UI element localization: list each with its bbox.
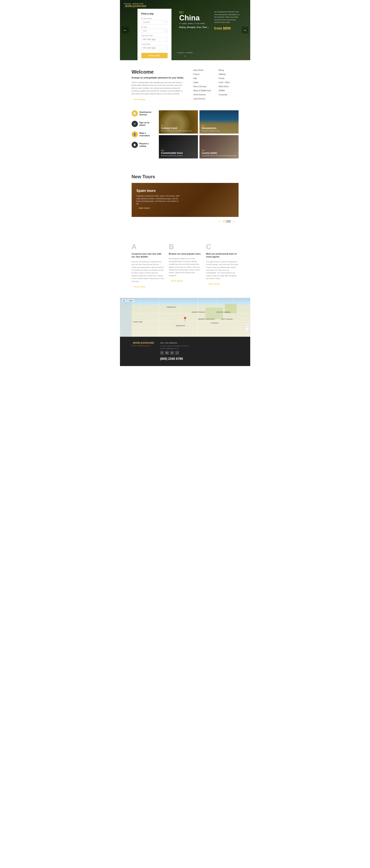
dest-latin: – Latin America <box>192 97 213 100</box>
map-zoom-out[interactable]: − <box>245 328 249 331</box>
type-select-wrap[interactable]: Tour <box>141 29 168 33</box>
welcome-section: Welcome Arrange an unforgettable adventu… <box>120 60 250 110</box>
tour-pagination: ← 01/03 → <box>132 220 238 223</box>
destinations-column: – Asia-Pacific – France – Italy – Spain … <box>192 69 213 101</box>
spain-content: Spain tours If passion is what you're af… <box>137 189 181 209</box>
welcome-subtitle: Arrange an unforgettable adventure for y… <box>132 76 186 79</box>
types-column: – Biking – Walking – Family – Food + Win… <box>217 69 238 101</box>
dest-asia: – Asia-Pacific <box>192 69 213 71</box>
footer-brand-block: _WORLDAROUND © 2017 | All rights reserve… <box>132 342 154 347</box>
signup-enews-action[interactable]: ✉ Sign up for eNews <box>132 121 155 127</box>
col-c: C Meet our professional team of travel a… <box>206 243 238 288</box>
dest-north-america: – North America <box>192 93 213 96</box>
catalog-label: Request a catalog <box>139 142 155 147</box>
col-b-letter: B <box>169 243 201 251</box>
email-value: mail@allaround.me <box>165 348 179 349</box>
map-zoom-in[interactable]: + <box>245 323 249 327</box>
dest-africa: – Africa & Middle East <box>192 89 213 92</box>
social-google[interactable]: G+ <box>165 351 169 355</box>
reservation-label: Make a reservation <box>139 132 155 137</box>
card-desc-3: Build your perfect tour yourself. <box>161 155 183 156</box>
map-btn-map[interactable]: Map <box>121 300 126 302</box>
brand-prefix: _WORLD <box>124 5 135 7</box>
map-btn-satellite[interactable]: Satellite <box>127 300 134 302</box>
card-content-customizable: 03/ Customizable tours Build your perfec… <box>161 149 183 156</box>
download-label: Download an itinerary <box>139 111 155 116</box>
hero-content: 01/ China 6-7 nights, airfare, 3-5 star … <box>179 11 209 29</box>
hero-prev-button[interactable]: ← <box>122 27 129 34</box>
type-walking: – Walking <box>217 73 238 75</box>
map-label-prospect: PROSPECT PARK SOUTH <box>198 318 215 320</box>
hero-desc: Beijing, Shanghai, Xi'an, Tibet ... <box>179 26 209 29</box>
search-button[interactable]: Find now! <box>141 53 168 58</box>
spain-title: Spain tours <box>137 189 181 193</box>
dest-europe: – Rest of Europe <box>192 85 213 88</box>
hero-title: China <box>179 14 209 22</box>
arrival-input[interactable] <box>141 45 168 50</box>
social-linkedin[interactable]: in <box>170 351 174 355</box>
social-twitter[interactable]: t <box>175 351 179 355</box>
navigation: TRAVEL OPERATOR _WORLDAROUND <box>124 3 147 7</box>
dest-label: By destination <box>141 18 168 20</box>
prev-tour-arrow[interactable]: ← <box>218 220 221 223</box>
svg-rect-12 <box>205 308 223 319</box>
card-title-2: Honeymoons <box>202 127 220 129</box>
reservation-action[interactable]: 👤 Make a reservation <box>132 131 155 137</box>
card-content-honeymoon: 02/ Honeymoons Romantic voyages for two. <box>202 124 220 132</box>
arrival-label: Arrival date <box>141 43 168 45</box>
map-section[interactable]: 📍 Map Satellite GREENWOOD SUNSET PARK PR… <box>120 298 250 337</box>
map-label-east-flatbush: EAST FLATBUSH <box>222 318 233 320</box>
col-a-letter: A <box>132 243 164 251</box>
type-select[interactable]: Tour <box>141 29 168 33</box>
col-a-read-more[interactable]: → READ MORE <box>132 286 146 288</box>
col-a-body: Now you can build and customize your ver… <box>132 260 164 283</box>
type-corporate: – Corporate <box>217 93 238 96</box>
next-tour-arrow[interactable]: → <box>232 220 236 223</box>
footer-social: f G+ in t <box>160 351 238 355</box>
map-label-kensington: KENSINGTON <box>176 325 185 327</box>
tour-card-honeymoons[interactable]: 02/ Honeymoons Romantic voyages for two. <box>199 110 238 133</box>
card-content-culinary: 01/ Culinary travel Best cuisines of the… <box>161 124 192 132</box>
welcome-read-more[interactable]: → READ MORE <box>132 99 146 101</box>
departure-input[interactable] <box>141 37 168 41</box>
hero-next-button[interactable]: → <box>241 27 248 34</box>
map-label-flatbush: FLATBUSH <box>211 322 218 324</box>
card-num-1: 01/ <box>161 124 192 127</box>
download-itinerary-action[interactable]: 📄 Download an itinerary <box>132 110 155 117</box>
map-zoom-controls: + − <box>245 323 249 331</box>
tour-card-luxury[interactable]: 04/ Luxury hotels Top-grade suites for t… <box>199 135 238 158</box>
email-label: E-mail: <box>160 348 165 349</box>
welcome-title: Welcome <box>132 69 186 75</box>
spain-desc: If passion is what you're after, Spain i… <box>137 195 181 205</box>
col-b-read-more[interactable]: → READ MORE <box>169 280 183 282</box>
card-num-2: 02/ <box>202 124 220 127</box>
col-b-title: Browse our most popular tours <box>169 252 201 255</box>
scroll-down-indicator: SCROLL DOWN <box>177 52 193 57</box>
type-family: – Family <box>217 77 238 80</box>
tour-card-customizable[interactable]: 03/ Customizable tours Build your perfec… <box>159 135 198 158</box>
search-panel: Find a trip By destination Country By ty… <box>138 9 171 60</box>
type-label: By type <box>141 26 168 28</box>
hero-description: We handpicked hundreds of the most spect… <box>214 11 241 31</box>
welcome-body: There is nothing better than spending yo… <box>132 81 186 95</box>
destination-select-wrap[interactable]: Country <box>141 20 168 25</box>
col-a: A Construct your own tour with our Tour … <box>132 243 164 288</box>
tour-card-culinary[interactable]: 01/ Culinary travel Best cuisines of the… <box>159 110 198 133</box>
view-tours-link[interactable]: → VIEW TOURS <box>137 207 181 209</box>
type-biking: – Biking <box>217 69 238 71</box>
social-facebook[interactable]: f <box>160 351 164 355</box>
svg-line-10 <box>149 298 188 337</box>
sidebar-actions: 📄 Download an itinerary ✉ Sign up for eN… <box>132 110 155 158</box>
welcome-right: – Asia-Pacific – France – Italy – Spain … <box>192 69 238 101</box>
footer-brand-suffix: AROUND <box>143 342 154 344</box>
spain-banner[interactable]: Spain tours If passion is what you're af… <box>132 183 238 217</box>
cards-section: 📄 Download an itinerary ✉ Sign up for eN… <box>120 110 250 166</box>
footer-logo: _WORLDAROUND <box>132 342 154 344</box>
catalog-action[interactable]: 📋 Request a catalog <box>132 142 155 148</box>
col-c-read-more[interactable]: → READ MORE <box>206 283 220 285</box>
search-title: Find a trip <box>141 12 168 15</box>
type-food: – Food + Wine <box>217 81 238 84</box>
destination-select[interactable]: Country <box>141 20 168 25</box>
welcome-left: Welcome Arrange an unforgettable adventu… <box>132 69 186 101</box>
card-title-1: Culinary travel <box>161 127 192 129</box>
